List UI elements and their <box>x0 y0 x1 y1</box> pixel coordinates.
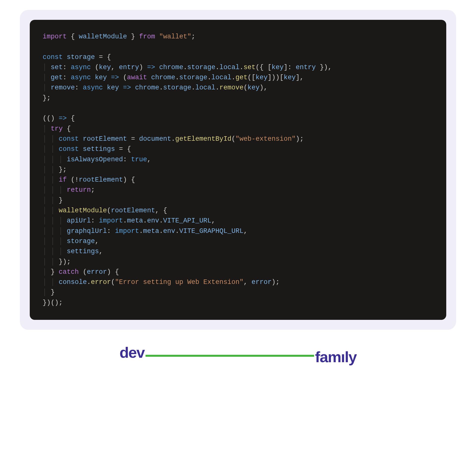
code-snippet[interactable]: import { walletModule } from "wallet"; c… <box>30 20 446 320</box>
logo-divider-line <box>146 355 314 357</box>
logo-family-text: famıly <box>315 348 357 366</box>
brand-logo: dev famıly <box>119 344 357 361</box>
code-card: import { walletModule } from "wallet"; c… <box>20 10 456 330</box>
logo-dev-text: dev <box>119 344 145 361</box>
